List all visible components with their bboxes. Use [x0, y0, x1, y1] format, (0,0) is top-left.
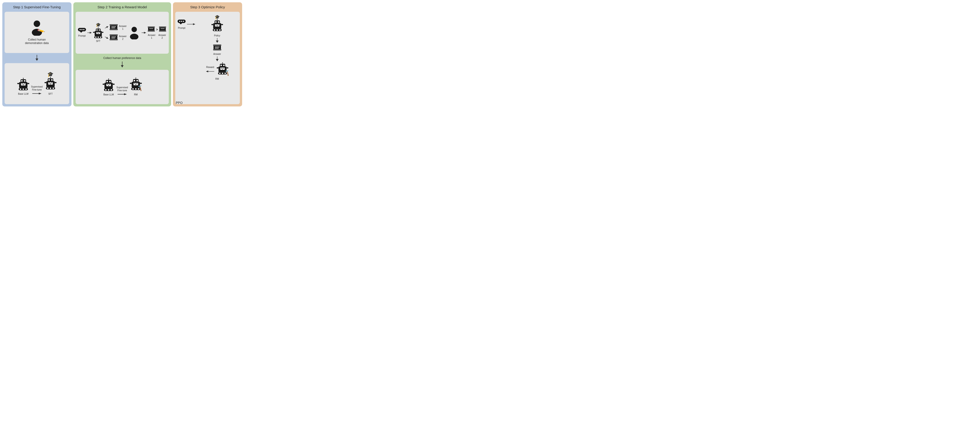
- svg-rect-71: [159, 30, 166, 32]
- answer1-label: Answer 1: [119, 25, 127, 30]
- svg-marker-18: [39, 93, 41, 94]
- step3-prompt-arrow: [187, 22, 195, 27]
- s3-right-arrow: [187, 22, 195, 26]
- svg-rect-27: [55, 82, 56, 83]
- person-with-pencil: ✏️: [30, 20, 44, 36]
- sft-grad-cap: 🎓: [96, 23, 101, 27]
- svg-marker-119: [216, 41, 219, 43]
- svg-point-45: [97, 37, 99, 38]
- svg-point-31: [52, 87, 54, 89]
- svg-rect-9: [24, 80, 25, 82]
- answers-branch: Answer 1 Answer 2: [105, 24, 127, 42]
- svg-rect-121: [213, 44, 221, 46]
- svg-rect-8: [21, 80, 22, 82]
- compare-row: >: [148, 26, 166, 33]
- answer2-label: Answer 2: [119, 35, 127, 41]
- answer-label: Answer: [213, 53, 221, 56]
- sft-label: SFT: [48, 93, 52, 95]
- svg-rect-51: [110, 29, 118, 30]
- svg-point-61: [132, 27, 137, 32]
- svg-rect-95: [137, 80, 138, 81]
- policy-label: Policy: [214, 34, 220, 37]
- svg-point-0: [33, 21, 40, 27]
- step2-base-llm-label: Base LLM: [103, 93, 114, 96]
- svg-rect-98: [140, 83, 142, 84]
- svg-rect-122: [213, 49, 221, 51]
- step1-panel: Step 1 Supervised Fine-Tuning ✏️ Collect…: [2, 2, 72, 106]
- s3-dot3: [183, 21, 184, 22]
- step1-top-desc: Collect human demonstration data: [25, 38, 49, 45]
- svg-point-14: [20, 89, 21, 90]
- step2-base-llm-col: Base LLM: [103, 79, 115, 96]
- svg-rect-67: [148, 30, 155, 32]
- step2-finetune-row: Base LLM Supervised Fine-tune: [103, 78, 142, 96]
- sft-robot-svg: [45, 77, 56, 91]
- svg-marker-126: [216, 59, 219, 61]
- svg-rect-41: [93, 32, 95, 33]
- svg-rect-12: [27, 83, 29, 84]
- svg-rect-136: [217, 67, 219, 68]
- right-arrow-svg: [32, 92, 41, 95]
- svg-rect-134: [223, 65, 224, 66]
- svg-point-87: [111, 89, 112, 90]
- cmp-scroll2: [159, 26, 166, 32]
- step3-rm-label: RM: [215, 78, 219, 80]
- svg-rect-110: [218, 21, 219, 23]
- answer-scroll-svg: [213, 44, 221, 51]
- svg-marker-33: [90, 32, 92, 33]
- dot1: [80, 29, 81, 30]
- svg-point-108: [217, 19, 218, 20]
- grad-cap-icon: 🎓: [45, 72, 56, 77]
- svg-rect-23: [48, 79, 50, 81]
- reward-left-arrow: [206, 70, 214, 73]
- answer2-row: Answer 2: [105, 34, 127, 42]
- step3-title: Step 3 Optimize Policy: [175, 5, 240, 9]
- svg-marker-3: [35, 59, 38, 61]
- svg-point-117: [219, 29, 220, 31]
- svg-point-7: [23, 78, 24, 78]
- cmp-labels-row: Answer 1 Answer 2: [147, 34, 167, 40]
- svg-marker-128: [206, 70, 208, 72]
- step1-title: Step 1 Supervised Fine-Tuning: [5, 5, 69, 9]
- step2-rm-label: RM: [134, 93, 138, 96]
- answer1-row: Answer 1: [105, 24, 127, 32]
- svg-point-29: [47, 87, 48, 89]
- svg-rect-112: [212, 24, 213, 25]
- step2-panel: Step 2 Training a Reward Model Prompt 🎓: [73, 2, 171, 106]
- answer-down-arrow: [215, 56, 220, 62]
- step2-finetune-label: Supervised Fine-tune: [116, 86, 128, 92]
- down-arrow-svg: [35, 55, 39, 61]
- svg-rect-109: [215, 21, 216, 23]
- finetune-arrow-col: Supervised Fine-tune: [31, 85, 43, 95]
- step3-inner-box: Prompt 🎓: [175, 12, 240, 104]
- svg-rect-38: [96, 29, 97, 30]
- answer-scroll: [213, 44, 221, 52]
- s3-dot1: [179, 21, 180, 22]
- dot2: [81, 29, 83, 30]
- svg-rect-83: [113, 84, 115, 85]
- base-llm-label: Base LLM: [18, 93, 29, 95]
- base-llm-col: Base LLM: [17, 78, 29, 95]
- ppo-label: PPO: [176, 101, 183, 105]
- step3-right-col: 🎓 Policy: [197, 15, 237, 80]
- svg-point-140: [222, 73, 223, 74]
- prompt-label: Prompt: [78, 35, 86, 37]
- svg-marker-64: [144, 32, 146, 33]
- svg-rect-57: [110, 34, 118, 36]
- svg-rect-58: [110, 39, 118, 40]
- reward-col: Reward: [206, 66, 214, 73]
- svg-rect-82: [103, 84, 105, 85]
- policy-down-arrow: [215, 38, 220, 43]
- svg-rect-26: [45, 82, 46, 83]
- svg-point-139: [219, 73, 220, 74]
- prompt-arrow: [88, 31, 92, 35]
- step2-sft-col: 🎓 SFT: [93, 23, 103, 43]
- step3-prompt-bubble: [178, 20, 186, 23]
- policy-grad-cap: 🎓: [211, 15, 223, 19]
- scroll2-svg: [110, 34, 118, 41]
- s3-dot2: [181, 21, 182, 22]
- svg-marker-74: [121, 65, 124, 68]
- svg-point-62: [130, 33, 138, 40]
- step2-right-arrow: [118, 92, 127, 96]
- bubble-tail: [80, 31, 83, 33]
